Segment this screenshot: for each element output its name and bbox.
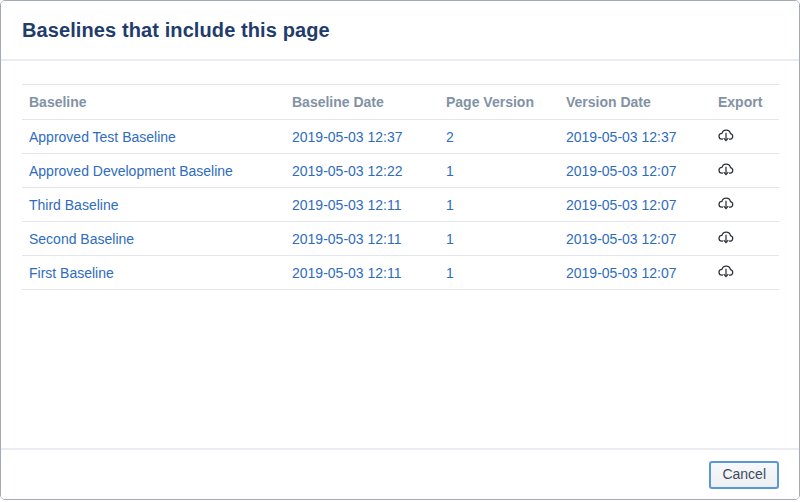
dialog-body: Baseline Baseline Date Page Version Vers… <box>1 61 799 448</box>
table-row: Approved Test Baseline 2019-05-03 12:37 … <box>22 120 779 154</box>
baseline-link[interactable]: Third Baseline <box>29 197 119 213</box>
version-date-value: 2019-05-03 12:07 <box>566 265 677 281</box>
column-header-export: Export <box>711 85 779 120</box>
page-version-value: 1 <box>446 265 454 281</box>
export-download-button[interactable] <box>718 196 734 211</box>
baselines-table: Baseline Baseline Date Page Version Vers… <box>22 84 779 290</box>
table-row: First Baseline 2019-05-03 12:11 1 2019-0… <box>22 256 779 290</box>
baseline-link[interactable]: Approved Test Baseline <box>29 129 176 145</box>
export-download-button[interactable] <box>718 128 734 143</box>
export-download-button[interactable] <box>718 162 734 177</box>
version-date-value: 2019-05-03 12:07 <box>566 197 677 213</box>
table-row: Second Baseline 2019-05-03 12:11 1 2019-… <box>22 222 779 256</box>
cloud-download-icon <box>718 196 734 211</box>
cloud-download-icon <box>718 162 734 177</box>
version-date-value: 2019-05-03 12:07 <box>566 163 677 179</box>
page-version-value: 1 <box>446 231 454 247</box>
column-header-baseline-date: Baseline Date <box>285 85 439 120</box>
dialog-header: Baselines that include this page <box>1 1 799 61</box>
page-version-value: 1 <box>446 163 454 179</box>
baseline-date-value: 2019-05-03 12:37 <box>292 129 403 145</box>
page-version-value: 1 <box>446 197 454 213</box>
baseline-link[interactable]: Second Baseline <box>29 231 134 247</box>
baseline-date-value: 2019-05-03 12:22 <box>292 163 403 179</box>
cloud-download-icon <box>718 230 734 245</box>
version-date-value: 2019-05-03 12:37 <box>566 129 677 145</box>
baseline-date-value: 2019-05-03 12:11 <box>292 231 402 247</box>
table-row: Approved Development Baseline 2019-05-03… <box>22 154 779 188</box>
cancel-button[interactable]: Cancel <box>709 461 779 489</box>
export-download-button[interactable] <box>718 264 734 279</box>
version-date-value: 2019-05-03 12:07 <box>566 231 677 247</box>
baseline-date-value: 2019-05-03 12:11 <box>292 197 402 213</box>
baselines-dialog: Baselines that include this page Baselin… <box>0 0 800 500</box>
column-header-page-version: Page Version <box>439 85 559 120</box>
baseline-link[interactable]: Approved Development Baseline <box>29 163 233 179</box>
cloud-download-icon <box>718 128 734 143</box>
baseline-date-value: 2019-05-03 12:11 <box>292 265 402 281</box>
page-version-value: 2 <box>446 129 454 145</box>
page-title: Baselines that include this page <box>22 19 330 42</box>
column-header-version-date: Version Date <box>559 85 711 120</box>
baseline-link[interactable]: First Baseline <box>29 265 114 281</box>
dialog-footer: Cancel <box>1 448 799 499</box>
table-row: Third Baseline 2019-05-03 12:11 1 2019-0… <box>22 188 779 222</box>
table-header-row: Baseline Baseline Date Page Version Vers… <box>22 85 779 120</box>
export-download-button[interactable] <box>718 230 734 245</box>
cloud-download-icon <box>718 264 734 279</box>
column-header-baseline: Baseline <box>22 85 285 120</box>
